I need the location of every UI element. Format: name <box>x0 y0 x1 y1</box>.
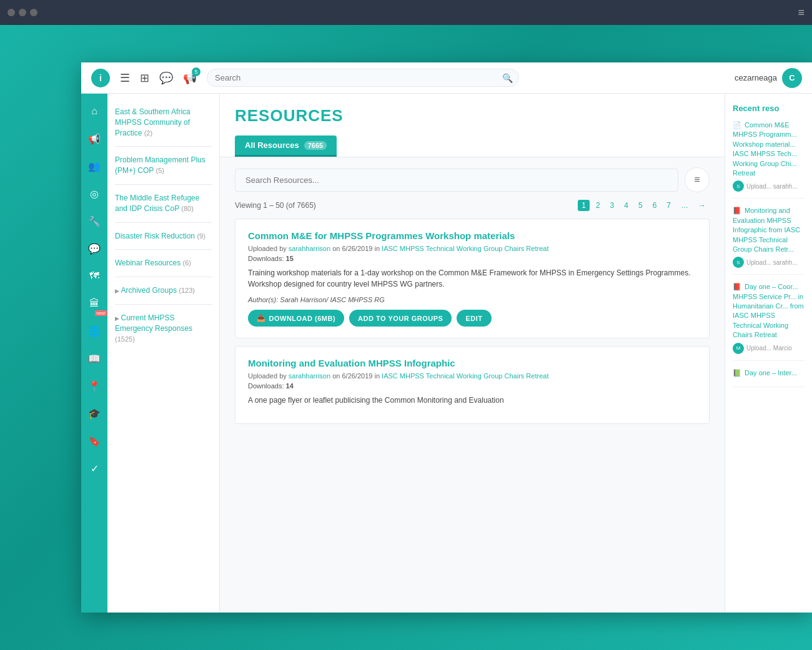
notification-badge: 5 <box>192 67 201 76</box>
resource-meta-1: Uploaded by sarahharrison on 6/26/2019 i… <box>248 245 696 252</box>
resource-meta-2: Uploaded by sarahharrison on 6/26/2019 i… <box>248 372 696 380</box>
filter-divider-4 <box>115 249 212 250</box>
browser-dot-2 <box>19 9 26 16</box>
resource-downloads-2: Downloads: 14 <box>248 382 696 390</box>
pagination-bar: Viewing 1 – 50 (of 7665) 1 2 3 4 5 6 7 …… <box>235 200 710 211</box>
browser-menu-icon[interactable]: ≡ <box>798 6 805 19</box>
resource-downloads-1: Downloads: 15 <box>248 255 696 262</box>
viewing-text: Viewing 1 – 50 (of 7665) <box>235 201 316 210</box>
recent-item-title-2[interactable]: 📕 Monitoring and Evaluation MHPSS Infogr… <box>733 206 805 254</box>
sidebar-icon-announcements[interactable]: 📢 <box>83 127 106 150</box>
sidebar-icon-chat[interactable]: 💬 <box>83 237 106 260</box>
sidebar-icon-graduation[interactable]: 🎓 <box>83 402 106 425</box>
resource-card-2: Monitoring and Evaluation MHPSS Infograp… <box>235 346 710 424</box>
recent-item-2: 📕 Monitoring and Evaluation MHPSS Infogr… <box>733 206 805 275</box>
group-link-1[interactable]: IASC MHPSS Technical Working Group Chair… <box>382 245 548 252</box>
app-body: ⌂ 📢 👥 ◎ 🔧 💬 🗺 🏛 🌐 📖 📍 🎓 🔖 ✓ East & South… <box>81 94 812 613</box>
download-button-1[interactable]: 📥 DOWNLOAD (6MB) <box>248 310 344 327</box>
username-label: cezarneaga <box>735 73 777 82</box>
filter-item-east-africa[interactable]: East & Southern Africa MHPSS Community o… <box>115 104 212 141</box>
pdf-icon-3: 📕 <box>733 283 741 290</box>
add-to-groups-button-1[interactable]: ADD TO YOUR GROUPS <box>349 310 452 327</box>
list-icon[interactable]: ☰ <box>120 71 130 85</box>
filter-item-webinar[interactable]: Webinar Resources (6) <box>115 255 212 272</box>
filter-item-archived[interactable]: Archived Groups (123) <box>115 282 212 299</box>
chat-nav-icon[interactable]: 💬 <box>159 71 173 85</box>
page-7[interactable]: 7 <box>663 200 675 211</box>
uploader-link-2[interactable]: sarahharrison <box>289 372 330 380</box>
recent-item-uploader-3: M Upload... Marcio <box>733 343 805 354</box>
resource-search-input[interactable] <box>235 169 678 192</box>
sidebar-icon-bookmark[interactable]: 🔖 <box>83 430 106 452</box>
page-next[interactable]: → <box>695 200 710 211</box>
tab-count-badge: 7665 <box>304 141 327 150</box>
user-avatar[interactable]: C <box>782 68 802 88</box>
browser-dot-3 <box>30 9 37 16</box>
uploader-avatar-3: M <box>733 343 744 354</box>
upload-date-2: 6/26/2019 <box>342 372 372 380</box>
search-resources-bar: ≡ <box>235 167 710 192</box>
search-input[interactable] <box>207 69 519 87</box>
recent-item-1: 📄 Common M&E MHPSS Programm... Workshop … <box>733 121 805 199</box>
browser-chrome: ≡ <box>0 0 812 25</box>
uploader-avatar-2: S <box>733 257 744 268</box>
filter-item-emergency[interactable]: Current MHPSS Emergency Responses (1525) <box>115 310 212 347</box>
pdf-icon-1: 📄 <box>733 121 741 129</box>
page-2[interactable]: 2 <box>592 200 604 211</box>
app-window: i ☰ ⊞ 💬 📢 5 🔍 cezarneaga C ⌂ 📢 👥 ◎ <box>81 62 812 613</box>
recent-item-title-4[interactable]: 📗 Day one – Inter... <box>733 368 805 378</box>
sidebar-icon-pin[interactable]: 📍 <box>83 375 106 397</box>
filter-divider-6 <box>115 304 212 305</box>
page-3[interactable]: 3 <box>607 200 618 211</box>
recent-item-4: 📗 Day one – Inter... <box>733 368 805 387</box>
edit-button-1[interactable]: EDIT <box>457 310 491 327</box>
user-area: cezarneaga C <box>735 68 802 88</box>
uploader-link-1[interactable]: sarahharrison <box>289 245 330 252</box>
sidebar-icon-check[interactable]: ✓ <box>83 457 106 480</box>
top-nav: i ☰ ⊞ 💬 📢 5 🔍 cezarneaga C <box>81 62 812 94</box>
pdf-icon-2: 📕 <box>733 207 741 214</box>
main-content: RESOURCES All Resources 7665 ≡ Viewing 1… <box>220 94 725 613</box>
filter-item-middle-east[interactable]: The Middle East Refugee and IDP Crisis C… <box>115 190 212 217</box>
page-1[interactable]: 1 <box>578 200 590 211</box>
app-logo[interactable]: i <box>91 69 110 87</box>
page-5[interactable]: 5 <box>635 200 646 211</box>
recent-item-3: 📕 Day one – Coor... MHPSS Service Pr... … <box>733 282 805 360</box>
filter-item-disaster[interactable]: Disaster Risk Reduction (9) <box>115 228 212 245</box>
resources-tab[interactable]: All Resources 7665 <box>235 135 337 157</box>
sidebar-icon-target[interactable]: ◎ <box>83 182 106 205</box>
search-icon: 🔍 <box>502 73 513 83</box>
page-6[interactable]: 6 <box>649 200 661 211</box>
tab-all-resources-label: All Resources <box>245 140 299 150</box>
grid-icon[interactable]: ⊞ <box>140 71 149 85</box>
sidebar-icon-tools[interactable]: 🔧 <box>83 210 106 232</box>
resource-title-1[interactable]: Common M&E for MHPSS Programmes Workshop… <box>248 230 696 241</box>
page-ellipsis: … <box>677 200 692 211</box>
sidebar-icon-home[interactable]: ⌂ <box>83 100 106 122</box>
resource-desc-1: Training workshop materials for a 1-day … <box>248 267 696 290</box>
page-4[interactable]: 4 <box>620 200 632 211</box>
right-sidebar: Recent reso 📄 Common M&E MHPSS Programm.… <box>725 94 812 613</box>
sidebar-icon-globe[interactable]: 🌐 <box>83 320 106 342</box>
pdf-icon-4: 📗 <box>733 369 741 377</box>
filter-toggle-button[interactable]: ≡ <box>685 167 710 192</box>
browser-dot-1 <box>7 9 15 16</box>
filter-item-pm-plus[interactable]: Problem Management Plus (PM+) COP (5) <box>115 152 212 179</box>
sidebar-icon-building[interactable]: 🏛 <box>83 292 106 315</box>
resource-desc-2: A one page flyer or leaflet publicising … <box>248 395 696 406</box>
resource-actions-1: 📥 DOWNLOAD (6MB) ADD TO YOUR GROUPS EDIT <box>248 310 696 327</box>
recent-item-title-3[interactable]: 📕 Day one – Coor... MHPSS Service Pr... … <box>733 282 805 340</box>
notification-icon[interactable]: 📢 5 <box>183 71 197 85</box>
content-area: ≡ Viewing 1 – 50 (of 7665) 1 2 3 4 5 6 7… <box>220 157 725 441</box>
resource-title-2[interactable]: Monitoring and Evaluation MHPSS Infograp… <box>248 358 696 368</box>
sidebar-icon-map[interactable]: 🗺 <box>83 265 106 287</box>
group-link-2[interactable]: IASC MHPSS Technical Working Group Chair… <box>382 372 548 380</box>
resource-authors-1: Author(s): Sarah Harrison/ IASC MHPSS RG <box>248 296 696 303</box>
recent-item-title-1[interactable]: 📄 Common M&E MHPSS Programm... Workshop … <box>733 121 805 178</box>
sidebar-icon-people[interactable]: 👥 <box>83 155 106 177</box>
recent-item-uploader-1: S Upload... sarahh... <box>733 180 805 192</box>
sidebar-icon-book[interactable]: 📖 <box>83 347 106 370</box>
nav-icons: ☰ ⊞ 💬 📢 5 <box>120 71 197 85</box>
page-header: RESOURCES All Resources 7665 <box>220 94 725 157</box>
download-icon: 📥 <box>257 314 266 322</box>
